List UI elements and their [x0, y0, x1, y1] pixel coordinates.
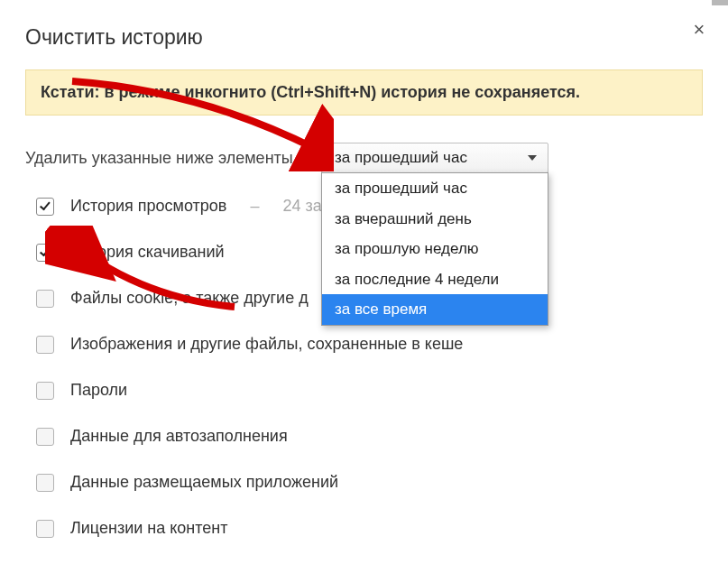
checkbox[interactable]: [36, 290, 54, 308]
checkbox[interactable]: [36, 198, 54, 216]
chevron-down-icon: [528, 155, 537, 161]
time-range-label: Удалить указанные ниже элементы: [25, 149, 314, 168]
time-range-select[interactable]: за прошедший час: [321, 143, 548, 173]
checkbox[interactable]: [36, 244, 54, 262]
checkbox[interactable]: [36, 428, 54, 446]
clear-history-dialog: × Очистить историю Кстати: в режиме инко…: [0, 0, 728, 564]
clear-item-label: История просмотров: [70, 197, 226, 216]
incognito-hint-text: Кстати: в режиме инкогнито (Ctrl+Shift+N…: [41, 83, 580, 101]
clear-item-label: Изображения и другие файлы, сохраненные …: [70, 335, 463, 354]
time-range-option[interactable]: за все время: [322, 294, 548, 325]
checkbox[interactable]: [36, 520, 54, 538]
checkbox[interactable]: [36, 382, 54, 400]
clear-item-label: Данные размещаемых приложений: [70, 473, 338, 492]
clear-item-label: История скачиваний: [70, 243, 225, 262]
checkmark-icon: [40, 245, 51, 256]
incognito-hint-bar: Кстати: в режиме инкогнито (Ctrl+Shift+N…: [25, 69, 703, 116]
time-range-option[interactable]: за последние 4 недели: [322, 264, 548, 295]
clear-item-label: Данные для автозаполнения: [70, 427, 288, 446]
clear-item-label: Пароли: [70, 381, 127, 400]
separator-dash: –: [250, 197, 259, 216]
time-range-select-wrap: за прошедший час за прошедший часза вчер…: [321, 143, 548, 173]
clear-item-label: Лицензии на контент: [70, 519, 228, 538]
clear-item-row: Данные размещаемых приложений: [25, 464, 703, 501]
clear-item-row: Данные для автозаполнения: [25, 418, 703, 455]
time-range-row: Удалить указанные ниже элементы за проше…: [25, 143, 703, 173]
time-range-dropdown: за прошедший часза вчерашний деньза прош…: [321, 172, 548, 326]
time-range-option[interactable]: за вчерашний день: [322, 204, 548, 235]
time-range-option[interactable]: за прошедший час: [322, 173, 548, 204]
clear-item-row: Пароли: [25, 372, 703, 409]
dialog-title: Очистить историю: [25, 25, 703, 50]
clear-item-row: Лицензии на контент: [25, 510, 703, 547]
time-range-selected-text: за прошедший час: [335, 149, 467, 166]
time-range-option[interactable]: за прошлую неделю: [322, 234, 548, 264]
clear-item-row: Изображения и другие файлы, сохраненные …: [25, 326, 703, 363]
close-icon[interactable]: ×: [690, 22, 708, 40]
checkbox[interactable]: [36, 336, 54, 354]
checkmark-icon: [40, 199, 51, 210]
clear-item-label: Файлы cookie, а также другие д: [70, 289, 309, 308]
checkbox[interactable]: [36, 474, 54, 492]
